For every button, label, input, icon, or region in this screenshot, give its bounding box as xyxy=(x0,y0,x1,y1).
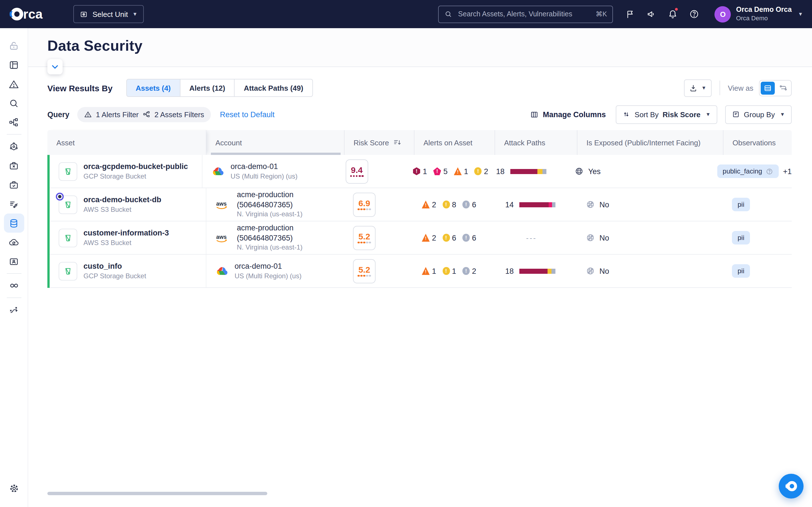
asset-cell[interactable]: custo_infoGCP Storage Bucket xyxy=(47,255,206,287)
sidebar-item-unlock[interactable] xyxy=(4,36,24,55)
alert-count-informational[interactable]: !6 xyxy=(462,200,476,209)
column-header-asset[interactable]: Asset xyxy=(47,130,206,155)
medium-severity-icon: ! xyxy=(422,234,430,242)
sidebar-divider xyxy=(6,273,21,274)
search-input[interactable] xyxy=(457,10,591,18)
table-row[interactable]: orca-demo-bucket-dbAWS S3 Bucketawsacme-… xyxy=(47,188,792,221)
table-row[interactable]: custo_infoGCP Storage Bucketorca-demo-01… xyxy=(47,255,792,288)
alert-count-medium[interactable]: !1 xyxy=(422,267,436,275)
help-icon[interactable] xyxy=(686,5,703,23)
exposed-value: No xyxy=(599,267,609,275)
sidebar-item-cloud-sync[interactable] xyxy=(4,233,24,252)
observation-pill[interactable]: pii xyxy=(732,264,750,278)
attack-paths-cell: 14 xyxy=(495,188,577,221)
settings-gear-icon[interactable] xyxy=(4,479,24,498)
tab-alerts[interactable]: Alerts (12) xyxy=(181,79,235,97)
column-header-exposed[interactable]: Is Exposed (Public/Internet Facing) xyxy=(577,130,723,155)
column-header-observations[interactable]: Observations xyxy=(723,130,792,155)
alert-count-informational[interactable]: !2 xyxy=(462,267,476,275)
tab-attack-paths[interactable]: Attack Paths (49) xyxy=(235,79,313,97)
alert-count: 8 xyxy=(452,200,456,209)
orca-logo[interactable]: rca xyxy=(9,6,51,22)
asset-name[interactable]: custo_info xyxy=(84,262,146,271)
low-severity-icon: ! xyxy=(442,234,450,242)
observations-more[interactable]: +1 xyxy=(783,167,792,175)
column-header-account[interactable]: Account xyxy=(206,130,344,155)
risk-score-dots xyxy=(357,208,371,210)
alert-count-informational[interactable]: !6 xyxy=(462,233,476,242)
sidebar-item-compliance[interactable] xyxy=(4,175,24,194)
risk-score-value: 6.9 xyxy=(358,199,370,207)
sidebar-item-inventory[interactable] xyxy=(4,113,24,132)
sidebar-item-automations[interactable] xyxy=(4,194,24,214)
risk-score-badge[interactable]: 9.4 xyxy=(345,159,368,183)
collapse-panel-button[interactable] xyxy=(47,59,63,74)
sort-descending-icon[interactable] xyxy=(394,139,402,146)
asset-name[interactable]: orca-demo-bucket-db xyxy=(84,195,161,205)
sidebar-item-attack-paths[interactable] xyxy=(4,137,24,156)
alert-count: 1 xyxy=(452,267,456,275)
observation-pill[interactable]: public_facing xyxy=(717,165,778,178)
observation-pill[interactable]: pii xyxy=(732,198,750,211)
column-header-attack-paths[interactable]: Attack Paths xyxy=(495,130,577,155)
table-view-button[interactable] xyxy=(761,81,775,94)
alert-count-low[interactable]: !8 xyxy=(442,200,456,209)
table-horizontal-scrollbar[interactable] xyxy=(47,492,267,495)
account-column-scrollbar[interactable] xyxy=(211,153,341,155)
megaphone-icon[interactable] xyxy=(643,5,661,23)
flag-icon[interactable] xyxy=(621,5,639,23)
select-unit-dropdown[interactable]: Select Unit ▼ xyxy=(73,5,144,23)
export-button[interactable]: ▼ xyxy=(684,79,712,97)
asset-cell[interactable]: customer-information-3AWS S3 Bucket xyxy=(47,221,206,254)
table-row[interactable]: orca-gcpdemo-bucket-publicGCP Storage Bu… xyxy=(47,155,792,188)
column-header-risk-score[interactable]: Risk Score xyxy=(344,130,414,155)
informational-severity-icon: ! xyxy=(462,201,470,209)
alert-count: 1 xyxy=(432,267,436,275)
alert-filter-icon xyxy=(84,110,92,118)
asset-cell[interactable]: orca-demo-bucket-dbAWS S3 Bucket xyxy=(47,188,206,221)
sidebar-item-search[interactable] xyxy=(4,94,24,113)
observation-pill[interactable]: pii xyxy=(732,231,750,244)
group-by-dropdown[interactable]: Group By ▼ xyxy=(725,105,792,124)
alert-count-low[interactable]: !1 xyxy=(442,267,456,275)
alert-count-critical[interactable]: !1 xyxy=(413,167,427,175)
reset-to-default-link[interactable]: Reset to Default xyxy=(220,110,274,119)
chevron-down-icon: ▼ xyxy=(798,11,803,17)
risk-score-cell: 6.9 xyxy=(344,188,414,221)
avatar: O xyxy=(715,6,731,22)
manage-columns-label: Manage Columns xyxy=(543,110,606,119)
sidebar-item-shift-left[interactable] xyxy=(4,300,24,320)
sidebar-item-cicd[interactable] xyxy=(4,276,24,295)
query-filters-pill[interactable]: 1 Alerts Filter 2 Assets Filters xyxy=(77,107,211,122)
alert-count-low[interactable]: !6 xyxy=(442,233,456,242)
user-menu[interactable]: O Orca Demo Orca Orca Demo ▼ xyxy=(715,6,803,22)
sort-by-dropdown[interactable]: Sort By Risk Score ▼ xyxy=(616,105,718,124)
attack-paths-cell: --- xyxy=(495,221,577,254)
table-row[interactable]: customer-information-3AWS S3 Bucketawsac… xyxy=(47,221,792,255)
asset-name[interactable]: customer-information-3 xyxy=(84,228,169,238)
alert-count-high[interactable]: !5 xyxy=(434,167,448,175)
attack-paths-bar xyxy=(519,202,555,207)
risk-score-badge[interactable]: 6.9 xyxy=(353,192,375,217)
tab-assets[interactable]: Assets (4) xyxy=(126,79,180,97)
orca-assistant-button[interactable] xyxy=(779,474,804,499)
alert-count-medium[interactable]: !1 xyxy=(454,167,468,175)
results-toolbar: View Results By Assets (4) Alerts (12) A… xyxy=(28,71,812,104)
risk-score-badge[interactable]: 5.2 xyxy=(353,226,375,250)
sidebar-item-risk-management[interactable] xyxy=(4,156,24,175)
asset-name[interactable]: orca-gcpdemo-bucket-public xyxy=(84,162,188,172)
info-icon[interactable] xyxy=(765,168,773,175)
alert-count-medium[interactable]: !2 xyxy=(422,200,436,209)
sidebar-item-identity[interactable] xyxy=(4,252,24,271)
column-header-alerts[interactable]: Alerts on Asset xyxy=(414,130,495,155)
global-search[interactable]: ⌘K xyxy=(439,5,613,23)
asset-cell[interactable]: orca-gcpdemo-bucket-publicGCP Storage Bu… xyxy=(47,155,202,187)
alert-count-medium[interactable]: !2 xyxy=(422,233,436,242)
manage-columns-button[interactable]: Manage Columns xyxy=(530,110,606,119)
sidebar-item-dashboard[interactable] xyxy=(4,55,24,74)
bell-icon[interactable] xyxy=(664,5,682,23)
sidebar-item-data-security[interactable] xyxy=(4,214,24,233)
sidebar-item-alerts[interactable] xyxy=(4,74,24,94)
graph-view-button[interactable] xyxy=(776,81,790,94)
risk-score-badge[interactable]: 5.2 xyxy=(353,259,375,283)
